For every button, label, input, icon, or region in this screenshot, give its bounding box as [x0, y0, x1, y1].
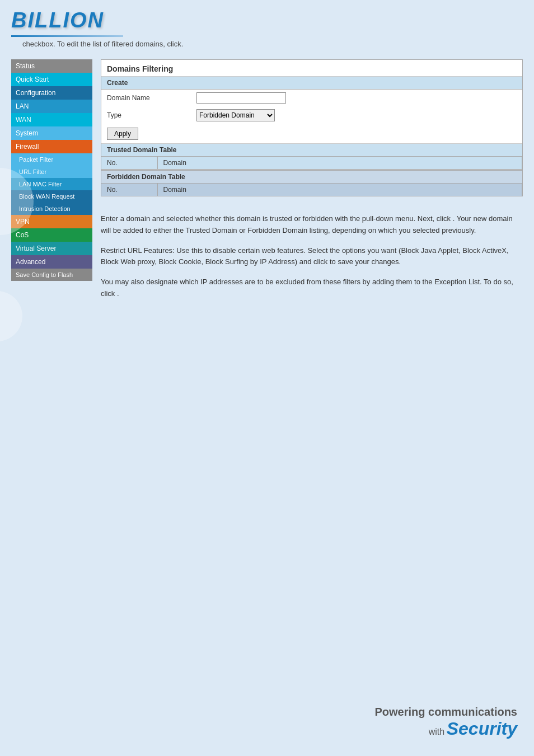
apply-cell: Apply — [101, 124, 522, 143]
with-label: with — [429, 727, 444, 736]
trusted-table-section: Trusted Domain Table No. Domain — [101, 143, 522, 170]
sidebar-item-url-filter[interactable]: URL Filter — [11, 166, 92, 178]
header: BILLION checkbox. To edit the list of fi… — [0, 0, 534, 59]
forbidden-domain-table: No. Domain — [101, 184, 522, 196]
forbidden-table-section: Forbidden Domain Table No. Domain — [101, 170, 522, 196]
type-label: Type — [101, 106, 191, 124]
sidebar-item-intrusion-detection[interactable]: Intrusion Detection — [11, 203, 92, 215]
sidebar-item-quick-start[interactable]: Quick Start — [11, 73, 92, 86]
sidebar-item-save-config[interactable]: Save Config to Flash — [11, 269, 92, 281]
domain-name-label: Domain Name — [101, 90, 191, 106]
trusted-col-domain: Domain — [157, 157, 522, 170]
sidebar-item-status[interactable]: Status — [11, 59, 92, 73]
forbidden-col-no: No. — [101, 184, 157, 196]
content-area: Domains Filtering Create Domain Name Typ… — [92, 59, 523, 317]
description-section: Enter a domain and selected whether this… — [101, 205, 523, 317]
domain-name-cell — [191, 90, 522, 106]
type-row: Type Forbidden Domain Trusted Domain — [101, 106, 522, 124]
trusted-table-header: Trusted Domain Table — [101, 144, 522, 157]
domains-filtering-title: Domains Filtering — [101, 60, 522, 77]
sidebar-item-lan-mac-filter[interactable]: LAN MAC Filter — [11, 178, 92, 190]
sidebar-item-system[interactable]: System — [11, 126, 92, 140]
domain-name-input[interactable] — [196, 92, 286, 104]
description-para1: Enter a domain and selected whether this… — [101, 213, 523, 237]
sidebar-item-cos[interactable]: CoS — [11, 228, 92, 242]
create-form: Domain Name Type Forbidden Domain Truste… — [101, 90, 522, 143]
description-para3: You may also designate which IP addresse… — [101, 276, 523, 300]
powering-label: Powering communications — [375, 706, 518, 718]
logo: BILLION — [11, 8, 523, 32]
trusted-col-no: No. — [101, 157, 157, 170]
sidebar-item-lan[interactable]: LAN — [11, 100, 92, 113]
main-layout: Status Quick Start Configuration LAN WAN… — [0, 59, 534, 317]
type-cell: Forbidden Domain Trusted Domain — [191, 106, 522, 124]
footer-powering-line: Powering communications — [375, 706, 518, 719]
sidebar-item-firewall[interactable]: Firewall — [11, 140, 92, 153]
sidebar-item-virtual-server[interactable]: Virtual Server — [11, 242, 92, 255]
sidebar-item-block-wan-request[interactable]: Block WAN Request — [11, 190, 92, 203]
sidebar-item-vpn[interactable]: VPN — [11, 215, 92, 228]
description-para2: Restrict URL Features: Use this to disab… — [101, 245, 523, 269]
sidebar-item-configuration[interactable]: Configuration — [11, 86, 92, 100]
apply-button[interactable]: Apply — [107, 128, 138, 140]
forbidden-table-header: Forbidden Domain Table — [101, 170, 522, 184]
apply-row: Apply — [101, 124, 522, 143]
create-section-header: Create — [101, 77, 522, 90]
sidebar: Status Quick Start Configuration LAN WAN… — [11, 59, 92, 317]
security-label: Security — [447, 719, 517, 739]
sidebar-item-packet-filter[interactable]: Packet Filter — [11, 153, 92, 166]
type-select[interactable]: Forbidden Domain Trusted Domain — [196, 109, 275, 121]
intro-text: checkbox. To edit the list of filtered d… — [11, 37, 523, 57]
domain-name-row: Domain Name — [101, 90, 522, 106]
domains-filtering-box: Domains Filtering Create Domain Name Typ… — [101, 59, 523, 196]
sidebar-item-advanced[interactable]: Advanced — [11, 255, 92, 269]
trusted-domain-table: No. Domain — [101, 157, 522, 170]
logo-text: BILLION — [11, 8, 104, 32]
trusted-table-head-row: No. Domain — [101, 157, 522, 170]
footer-security-line: with Security — [375, 719, 518, 739]
forbidden-table-head-row: No. Domain — [101, 184, 522, 196]
forbidden-col-domain: Domain — [157, 184, 522, 196]
sidebar-item-wan[interactable]: WAN — [11, 113, 92, 126]
footer-brand: Powering communications with Security — [375, 706, 518, 739]
